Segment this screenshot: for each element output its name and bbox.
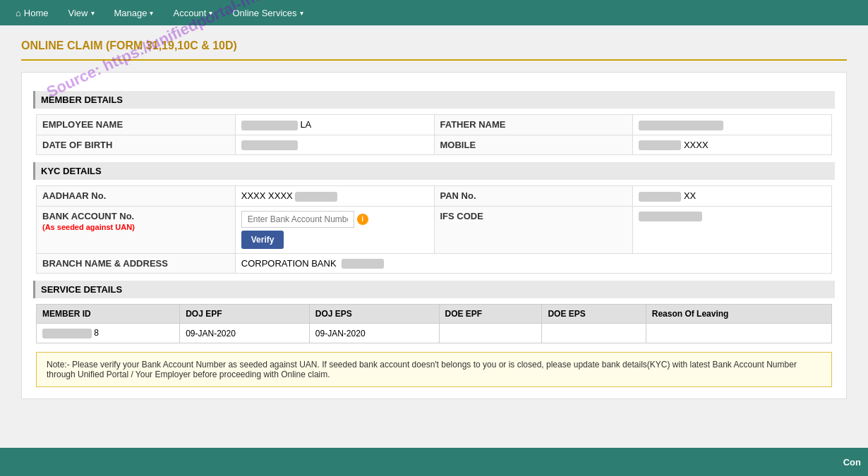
father-name-value: [633, 115, 832, 135]
form-card: MEMBER DETAILS EMPLOYEE NAME LA FATHER N…: [21, 72, 847, 399]
branch-name-value: CORPORATION BANK: [235, 253, 831, 274]
note-box: Note:- Please verify your Bank Account N…: [36, 352, 832, 387]
chevron-down-icon: ▾: [150, 9, 153, 17]
member-id-cell: 8: [37, 324, 180, 343]
father-name-label: FATHER NAME: [434, 115, 633, 135]
nav-home-label: Home: [24, 8, 49, 18]
dob-label: DATE OF BIRTH: [37, 135, 236, 155]
kyc-details-section: KYC DETAILS: [33, 162, 835, 180]
chevron-down-icon: ▾: [300, 9, 303, 17]
nav-account-label: Account: [173, 8, 206, 18]
table-row: 8 09-JAN-2020 09-JAN-2020: [37, 324, 832, 343]
navbar: ⌂ Home View ▾ Manage ▾ Account ▾ Online …: [0, 0, 868, 25]
verify-btn-row: Verify: [241, 231, 428, 249]
doe-epf-cell: [439, 324, 542, 343]
reason-cell: [646, 324, 831, 343]
nav-view[interactable]: View ▾: [60, 4, 103, 23]
bank-account-input[interactable]: [241, 211, 354, 228]
page-title: ONLINE CLAIM (FORM 31,19,10C & 10D): [21, 39, 847, 52]
home-icon: ⌂: [16, 8, 21, 18]
ifs-code-label: IFS CODE: [434, 206, 633, 253]
service-table-header: MEMBER ID DOJ EPF DOJ EPS DOE EPF DOE EP…: [37, 305, 832, 324]
bank-account-label-text: BANK ACCOUNT No.: [42, 211, 134, 221]
aadhaar-blurred: [295, 192, 337, 202]
doj-eps-cell: 09-JAN-2020: [309, 324, 439, 343]
bank-input-row: i: [241, 211, 428, 228]
mobile-blurred: [639, 140, 681, 150]
service-details-section: SERVICE DETAILS: [33, 281, 835, 298]
aadhaar-text: XXXX XXXX: [241, 190, 293, 201]
nav-online-services[interactable]: Online Services ▾: [224, 4, 311, 23]
pan-value: XX: [633, 186, 832, 207]
chevron-down-icon: ▾: [91, 9, 95, 17]
member-details-table: EMPLOYEE NAME LA FATHER NAME DATE OF BIR…: [36, 114, 832, 155]
col-doe-epf: DOE EPF: [439, 305, 542, 324]
mobile-label: MOBILE: [434, 135, 633, 155]
bank-account-input-cell: i Verify: [235, 206, 434, 253]
note-text: Note:- Please verify your Bank Account N…: [47, 360, 797, 379]
pan-blurred: [639, 192, 681, 202]
member-id-suffix: 8: [94, 328, 99, 338]
col-doj-eps: DOJ EPS: [309, 305, 439, 324]
branch-blurred: [342, 259, 384, 269]
employee-name-value: LA: [235, 115, 434, 135]
verify-button[interactable]: Verify: [241, 231, 284, 249]
bank-account-label: BANK ACCOUNT No. (As seeded against UAN): [37, 206, 236, 253]
service-details-table: MEMBER ID DOJ EPF DOJ EPS DOE EPF DOE EP…: [36, 304, 832, 343]
aadhaar-value: XXXX XXXX: [235, 186, 434, 207]
branch-name-label: BRANCH NAME & ADDRESS: [37, 253, 236, 274]
ifs-code-blurred: [639, 212, 702, 221]
table-row: DATE OF BIRTH MOBILE XXXX: [37, 135, 832, 155]
col-doj-epf: DOJ EPF: [180, 305, 310, 324]
dob-value: [235, 135, 434, 155]
employee-name-label: EMPLOYEE NAME: [37, 115, 236, 135]
col-member-id: MEMBER ID: [37, 305, 180, 324]
bank-input-container: i Verify: [241, 211, 428, 249]
col-doe-eps: DOE EPS: [542, 305, 646, 324]
table-row: BRANCH NAME & ADDRESS CORPORATION BANK: [37, 253, 832, 274]
nav-account[interactable]: Account ▾: [164, 4, 221, 23]
nav-manage-label: Manage: [114, 8, 147, 18]
nav-manage[interactable]: Manage ▾: [106, 4, 162, 23]
member-details-label: MEMBER DETAILS: [41, 94, 123, 105]
table-row: AADHAAR No. XXXX XXXX PAN No. XX: [37, 186, 832, 207]
employee-name-suffix: LA: [300, 119, 311, 130]
nav-view-label: View: [68, 8, 88, 18]
doe-eps-cell: [542, 324, 646, 343]
member-id-blurred: [42, 329, 92, 338]
footer-bar: Con: [0, 448, 868, 448]
chevron-down-icon: ▾: [209, 9, 212, 17]
info-icon[interactable]: i: [357, 214, 368, 225]
col-reason: Reason Of Leaving: [646, 305, 831, 324]
member-details-section: MEMBER DETAILS: [33, 91, 835, 109]
dob-blurred: [241, 140, 298, 150]
nav-online-services-label: Online Services: [232, 8, 296, 18]
father-name-blurred: [639, 121, 723, 130]
doj-epf-cell: 09-JAN-2020: [180, 324, 310, 343]
pan-label: PAN No.: [434, 186, 633, 207]
branch-name-text: CORPORATION BANK: [241, 258, 337, 269]
nav-home[interactable]: ⌂ Home: [7, 4, 57, 23]
mobile-value: XXXX: [633, 135, 832, 155]
title-divider: [21, 59, 847, 61]
kyc-details-label: KYC DETAILS: [41, 166, 102, 176]
kyc-details-table: AADHAAR No. XXXX XXXX PAN No. XX BANK AC…: [36, 185, 832, 274]
table-row: EMPLOYEE NAME LA FATHER NAME: [37, 115, 832, 135]
header-row: MEMBER ID DOJ EPF DOJ EPS DOE EPF DOE EP…: [37, 305, 832, 324]
employee-name-blurred: [241, 121, 298, 130]
table-row: BANK ACCOUNT No. (As seeded against UAN)…: [37, 206, 832, 253]
ifs-code-value: [633, 206, 832, 253]
bank-account-sublabel: (As seeded against UAN): [42, 223, 135, 231]
service-details-label: SERVICE DETAILS: [41, 284, 122, 295]
main-content: Source: https://unifiedportal-mem.epfind…: [0, 25, 868, 448]
mobile-suffix: XXXX: [684, 140, 709, 150]
service-table-body: 8 09-JAN-2020 09-JAN-2020: [37, 324, 832, 343]
aadhaar-label: AADHAAR No.: [37, 186, 236, 207]
pan-suffix: XX: [684, 190, 696, 201]
